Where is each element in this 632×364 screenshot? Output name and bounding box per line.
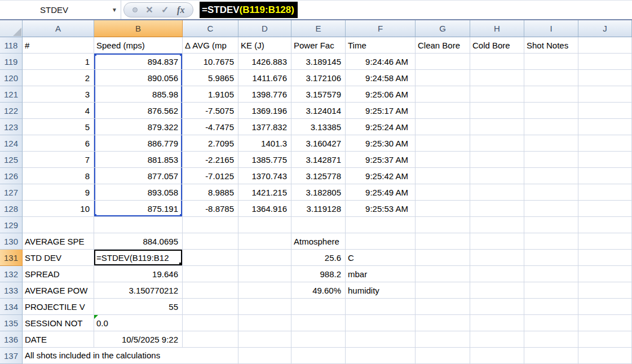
- cell-A127[interactable]: 9: [23, 184, 94, 201]
- cell-B130[interactable]: 884.0695: [94, 233, 183, 250]
- cell-G133[interactable]: [416, 282, 470, 299]
- cell-H119[interactable]: [470, 54, 524, 70]
- row-header-133[interactable]: 133: [0, 282, 23, 299]
- cell-H121[interactable]: [470, 86, 524, 103]
- cell-B127[interactable]: 893.058: [94, 184, 183, 201]
- cell-E125[interactable]: 3.142871: [291, 152, 346, 168]
- cell-E135[interactable]: [291, 315, 346, 331]
- cell-A137[interactable]: All shots included in the calculations: [23, 348, 94, 364]
- cell-A135[interactable]: SESSION NOT: [23, 315, 94, 331]
- cell-D134[interactable]: [238, 299, 291, 315]
- cell-B120[interactable]: 890.056: [94, 70, 183, 86]
- cell-G136[interactable]: [416, 331, 470, 348]
- cell-E129[interactable]: [291, 217, 346, 233]
- cell-C121[interactable]: 1.9105: [183, 86, 238, 103]
- cell-A126[interactable]: 8: [23, 168, 94, 184]
- cell-D126[interactable]: 1370.743: [238, 168, 291, 184]
- cell-I130[interactable]: [524, 233, 578, 250]
- cell-D125[interactable]: 1385.775: [238, 152, 291, 168]
- cell-G128[interactable]: [416, 201, 470, 217]
- cell-C127[interactable]: 8.9885: [183, 184, 238, 201]
- cell-D124[interactable]: 1401.3: [238, 135, 291, 152]
- cell-B126[interactable]: 877.057: [94, 168, 183, 184]
- column-header-F[interactable]: F: [346, 20, 416, 37]
- cell-I128[interactable]: [524, 201, 578, 217]
- cell-F125[interactable]: 9:25:37 AM: [346, 152, 416, 168]
- cell-B128[interactable]: 875.191: [94, 201, 183, 217]
- cell-F129[interactable]: [346, 217, 416, 233]
- cell-J132[interactable]: [578, 266, 632, 282]
- row-header-130[interactable]: 130: [0, 233, 23, 250]
- cell-G129[interactable]: [416, 217, 470, 233]
- cell-J137[interactable]: [578, 348, 632, 364]
- cell-C123[interactable]: -4.7475: [183, 119, 238, 135]
- cell-E128[interactable]: 3.119128: [291, 201, 346, 217]
- cell-A133[interactable]: AVERAGE POW: [23, 282, 94, 299]
- select-all-button[interactable]: [0, 20, 23, 37]
- column-header-C[interactable]: C: [183, 20, 238, 37]
- cell-F119[interactable]: 9:24:46 AM: [346, 54, 416, 70]
- cell-D118[interactable]: KE (J): [238, 37, 291, 54]
- cell-F130[interactable]: [346, 233, 416, 250]
- cell-D129[interactable]: [238, 217, 291, 233]
- cell-H134[interactable]: [470, 299, 524, 315]
- cell-F126[interactable]: 9:25:42 AM: [346, 168, 416, 184]
- cell-G130[interactable]: [416, 233, 470, 250]
- column-header-E[interactable]: E: [291, 20, 346, 37]
- cell-G122[interactable]: [416, 103, 470, 119]
- cell-B124[interactable]: 886.779: [94, 135, 183, 152]
- cell-A121[interactable]: 3: [23, 86, 94, 103]
- cell-D130[interactable]: [238, 233, 291, 250]
- cell-C137[interactable]: [183, 348, 238, 364]
- cell-D136[interactable]: [238, 331, 291, 348]
- cell-F132[interactable]: mbar: [346, 266, 416, 282]
- cell-G125[interactable]: [416, 152, 470, 168]
- cell-J135[interactable]: [578, 315, 632, 331]
- cell-C133[interactable]: [183, 282, 238, 299]
- cell-A128[interactable]: 10: [23, 201, 94, 217]
- cell-J130[interactable]: [578, 233, 632, 250]
- cell-I129[interactable]: [524, 217, 578, 233]
- row-header-121[interactable]: 121: [0, 86, 23, 103]
- cell-I133[interactable]: [524, 282, 578, 299]
- row-header-118[interactable]: 118: [0, 37, 23, 54]
- cell-F135[interactable]: [346, 315, 416, 331]
- cell-D132[interactable]: [238, 266, 291, 282]
- cell-I132[interactable]: [524, 266, 578, 282]
- cell-F134[interactable]: [346, 299, 416, 315]
- row-header-134[interactable]: 134: [0, 299, 23, 315]
- cell-F118[interactable]: Time: [346, 37, 416, 54]
- cell-G131[interactable]: [416, 250, 470, 266]
- cell-C136[interactable]: [183, 331, 238, 348]
- cell-G121[interactable]: [416, 86, 470, 103]
- cell-J129[interactable]: [578, 217, 632, 233]
- cell-E137[interactable]: [291, 348, 346, 364]
- cell-H125[interactable]: [470, 152, 524, 168]
- name-box[interactable]: STDEV ▼: [0, 1, 121, 19]
- cell-A122[interactable]: 4: [23, 103, 94, 119]
- cell-F127[interactable]: 9:25:49 AM: [346, 184, 416, 201]
- cell-C129[interactable]: [183, 217, 238, 233]
- cell-C126[interactable]: -7.0125: [183, 168, 238, 184]
- cell-C122[interactable]: -7.5075: [183, 103, 238, 119]
- cell-A129[interactable]: [23, 217, 94, 233]
- row-header-131[interactable]: 131: [0, 250, 23, 266]
- cell-J128[interactable]: [578, 201, 632, 217]
- cell-H136[interactable]: [470, 331, 524, 348]
- row-header-129[interactable]: 129: [0, 217, 23, 233]
- cell-G127[interactable]: [416, 184, 470, 201]
- cell-B123[interactable]: 879.322: [94, 119, 183, 135]
- column-header-G[interactable]: G: [416, 20, 470, 37]
- fill-handle[interactable]: [179, 263, 182, 265]
- column-header-B[interactable]: B: [94, 20, 183, 37]
- cell-B136[interactable]: 10/5/2025 9:22: [94, 331, 183, 348]
- cell-G119[interactable]: [416, 54, 470, 70]
- cell-J124[interactable]: [578, 135, 632, 152]
- cell-J120[interactable]: [578, 70, 632, 86]
- cell-D135[interactable]: [238, 315, 291, 331]
- cell-A132[interactable]: SPREAD: [23, 266, 94, 282]
- cell-C120[interactable]: 5.9865: [183, 70, 238, 86]
- cell-F137[interactable]: [346, 348, 416, 364]
- cell-G134[interactable]: [416, 299, 470, 315]
- cell-D128[interactable]: 1364.916: [238, 201, 291, 217]
